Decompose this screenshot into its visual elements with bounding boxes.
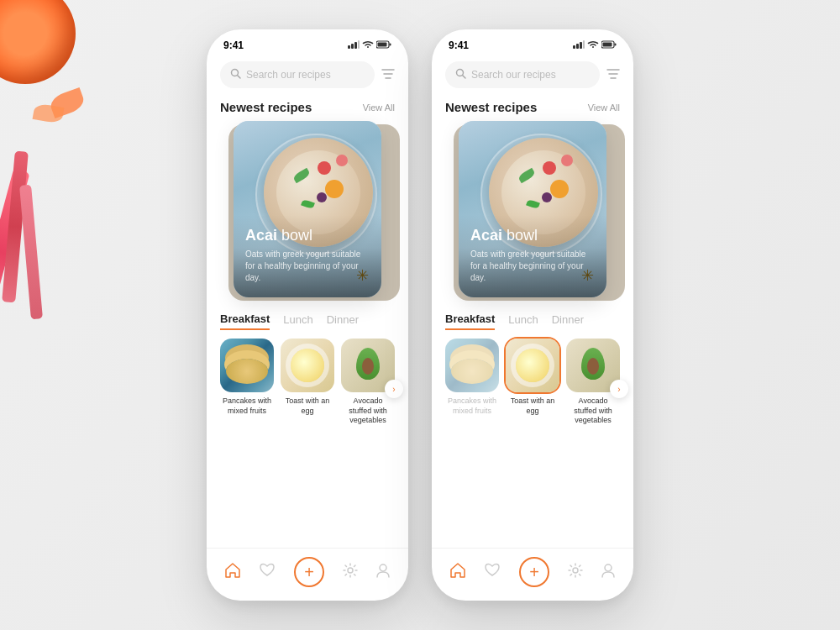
- battery-icon-1: [376, 40, 391, 50]
- status-bar-2: 9:41: [432, 29, 633, 55]
- background-decoration: [0, 0, 151, 630]
- tabs-2: Breakfast Lunch Dinner: [432, 304, 633, 333]
- nav-profile-1[interactable]: [375, 563, 391, 582]
- card-title-light-2: bowl: [502, 227, 538, 244]
- wifi-icon-2: [587, 40, 599, 50]
- filter-button-1[interactable]: [381, 68, 395, 82]
- recipe-img-toast-2: [506, 339, 559, 392]
- status-time-1: 9:41: [223, 39, 244, 51]
- nav-settings-1[interactable]: [343, 563, 358, 582]
- svg-rect-6: [378, 43, 387, 47]
- svg-point-12: [348, 568, 353, 573]
- scroll-right-arrow-2[interactable]: ›: [610, 380, 628, 398]
- recipe-img-pancakes-1: [220, 339, 274, 392]
- citrus-decoration: [0, 0, 76, 84]
- search-container-1: Search our recipes: [207, 55, 408, 95]
- nav-home-1[interactable]: [224, 563, 241, 582]
- search-bar-1[interactable]: Search our recipes: [220, 61, 375, 88]
- tab-breakfast-2[interactable]: Breakfast: [445, 312, 495, 330]
- nav-favorites-1[interactable]: [259, 563, 276, 582]
- petal-decoration-1: [48, 87, 87, 118]
- svg-point-26: [573, 568, 578, 573]
- search-container-2: Search our recipes: [432, 55, 633, 95]
- recipe-card-pancakes-1[interactable]: Pancakes with mixed fruits: [220, 339, 274, 416]
- fruit-dark-1: [317, 192, 327, 202]
- fruit-orange-2: [550, 180, 569, 198]
- nav-add-1[interactable]: +: [294, 557, 324, 587]
- search-placeholder-2: Search our recipes: [471, 69, 556, 81]
- nav-add-2[interactable]: +: [519, 557, 549, 587]
- fruit-red-2: [543, 161, 556, 175]
- petal-decoration-2: [33, 102, 65, 124]
- svg-rect-14: [573, 45, 575, 49]
- recipe-card-toast-2[interactable]: Toast with an egg: [506, 339, 559, 416]
- section-header-2: Newest recipes View All: [432, 95, 633, 121]
- heart-icon-1: [259, 563, 276, 582]
- view-all-link-1[interactable]: View All: [363, 102, 395, 113]
- add-icon-1[interactable]: +: [294, 557, 324, 587]
- profile-icon-2: [601, 563, 616, 582]
- gear-icon-1: [343, 563, 358, 582]
- recipes-row-2: Pancakes with mixed fruits Toast with an…: [432, 333, 633, 431]
- signal-icon-1: [348, 40, 360, 50]
- tab-lunch-1[interactable]: Lunch: [283, 313, 312, 329]
- svg-rect-16: [580, 42, 582, 49]
- rhubarb-decoration-2: [2, 151, 29, 303]
- newest-recipes-title-2: Newest recipes: [445, 100, 537, 114]
- svg-rect-1: [351, 44, 354, 49]
- card-title-2: Acai bowl: [470, 227, 595, 245]
- recipe-name-avocado-2: Avocado stuffed with vegetables: [566, 396, 620, 426]
- featured-card-1[interactable]: ✳ Acai bowl Oats with greek yogurt suita…: [234, 121, 381, 297]
- svg-rect-2: [354, 42, 357, 49]
- home-icon-1: [224, 563, 241, 582]
- rhubarb-decoration-3: [19, 185, 43, 320]
- fruit-orange-1: [325, 180, 344, 198]
- search-icon-1: [230, 68, 241, 81]
- recipe-name-toast-1: Toast with an egg: [281, 396, 334, 416]
- search-placeholder-1: Search our recipes: [246, 69, 331, 81]
- recipe-card-pancakes-2[interactable]: Pancakes with mixed fruits: [445, 339, 499, 416]
- wifi-icon-1: [362, 40, 374, 50]
- recipe-name-pancakes-2: Pancakes with mixed fruits: [445, 396, 499, 416]
- card-overlay-2: Acai bowl Oats with greek yogurt suitabl…: [459, 215, 606, 297]
- newest-recipes-title-1: Newest recipes: [220, 100, 312, 114]
- fruit-dark-2: [542, 192, 552, 202]
- card-description-2: Oats with greek yogurt suitable for a he…: [470, 249, 595, 284]
- status-time-2: 9:41: [449, 39, 469, 51]
- nav-home-2[interactable]: [449, 563, 466, 582]
- svg-rect-15: [576, 44, 579, 49]
- tab-dinner-1[interactable]: Dinner: [327, 313, 359, 329]
- phones-container: 9:41: [207, 29, 633, 601]
- tab-breakfast-1[interactable]: Breakfast: [220, 312, 270, 330]
- tab-lunch-2[interactable]: Lunch: [508, 313, 538, 329]
- nav-profile-2[interactable]: [601, 563, 616, 582]
- recipe-img-toast-1: [281, 339, 334, 392]
- view-all-link-2[interactable]: View All: [588, 102, 620, 113]
- card-overlay-1: Acai bowl Oats with greek yogurt suitabl…: [234, 215, 381, 297]
- nav-settings-2[interactable]: [568, 563, 583, 582]
- svg-rect-5: [390, 44, 391, 46]
- rhubarb-decoration-1: [0, 169, 30, 335]
- status-icons-2: [573, 40, 617, 50]
- add-icon-2[interactable]: +: [519, 557, 549, 587]
- bottom-nav-1: +: [207, 548, 408, 601]
- svg-rect-0: [348, 45, 350, 49]
- section-header-1: Newest recipes View All: [207, 95, 408, 121]
- recipe-card-toast-1[interactable]: Toast with an egg: [281, 339, 334, 416]
- gear-icon-2: [568, 563, 583, 582]
- profile-icon-1: [375, 563, 391, 582]
- filter-button-2[interactable]: [606, 68, 620, 82]
- status-bar-1: 9:41: [207, 29, 408, 55]
- svg-point-13: [380, 564, 386, 571]
- svg-rect-17: [583, 40, 585, 49]
- scroll-right-arrow-1[interactable]: ›: [385, 380, 403, 398]
- search-bar-2[interactable]: Search our recipes: [445, 61, 600, 88]
- tab-dinner-2[interactable]: Dinner: [552, 313, 584, 329]
- nav-favorites-2[interactable]: [484, 563, 501, 582]
- recipe-name-toast-2: Toast with an egg: [506, 396, 559, 416]
- svg-rect-19: [615, 44, 617, 46]
- recipe-name-pancakes-1: Pancakes with mixed fruits: [220, 396, 274, 416]
- featured-card-2[interactable]: ✳ Acai bowl Oats with greek yogurt suita…: [459, 121, 606, 297]
- battery-icon-2: [601, 40, 617, 50]
- svg-rect-20: [603, 43, 612, 47]
